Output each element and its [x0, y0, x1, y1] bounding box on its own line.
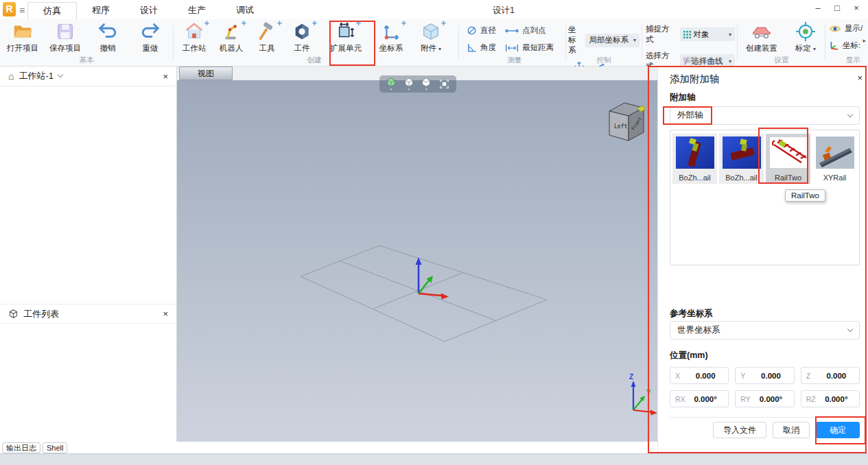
import-file-button[interactable]: 导入文件 [713, 422, 766, 438]
workstation-button[interactable]: + 工作站 [176, 19, 213, 53]
ry-field[interactable]: RY0.000° [735, 390, 794, 407]
app-logo[interactable]: R [3, 2, 16, 16]
list-item-xyrail[interactable]: XYRail [812, 134, 857, 184]
cancel-button[interactable]: 取消 [773, 422, 810, 438]
coord-system-label: 坐标系 [568, 25, 583, 56]
eye-icon [829, 25, 841, 33]
bozh-rail-1-thumbnail [676, 136, 714, 169]
create-device-button[interactable]: 创建装置 [740, 19, 783, 53]
ref-frame-label: 参考坐标系 [670, 308, 713, 320]
undo-icon [97, 21, 118, 42]
group-label-settings: 设置 [740, 56, 823, 65]
snap-mode-dropdown[interactable]: 对象 ▾ [680, 27, 735, 41]
viewport-3d-area[interactable]: Left Front Z Y X [177, 80, 657, 442]
axis-item-list: BoZh...ail BoZh...ail RailTwo XYRail [670, 130, 860, 265]
maximize-button[interactable]: □ [831, 3, 843, 13]
view-cube[interactable]: Left Front [609, 103, 646, 141]
list-item-railtwo[interactable]: RailTwo [766, 134, 810, 184]
coord-system-dropdown[interactable]: 局部坐标系 ▾ [585, 34, 640, 47]
z-field[interactable]: Z0.000 [801, 367, 860, 384]
app-window: R ≡ 仿真 程序 设计 生产 调试 设计1 – □ × 打开项目 [0, 0, 868, 465]
close-button[interactable]: × [850, 3, 863, 13]
attachment-button[interactable]: + 附件▾ [410, 19, 451, 53]
ribbon-group-measure: 直径 点到点 角度 最短距离 [467, 19, 563, 66]
angle-button[interactable]: 角度 [467, 43, 505, 53]
nut-icon: + [292, 21, 312, 42]
workstation-house-icon: + [184, 21, 204, 42]
workpiece-cube-icon [8, 309, 19, 319]
rx-field[interactable]: RX0.000° [670, 390, 729, 407]
frame-button[interactable]: + 坐标系 [372, 19, 410, 53]
min-distance-icon [505, 44, 519, 52]
dialog-close-icon[interactable]: × [857, 73, 863, 83]
ribbon-divider [737, 25, 738, 59]
ribbon-divider [173, 25, 174, 59]
snap-mode-label: 捕捉方式 [646, 24, 677, 45]
tab-design[interactable]: 设计 [125, 2, 173, 19]
angle-icon [467, 43, 477, 53]
undo-button[interactable]: 撤销 [86, 19, 129, 53]
point-to-point-button[interactable]: 点到点 [505, 25, 546, 36]
group-label-basic: 基本 [1, 56, 172, 65]
ref-frame-dropdown[interactable]: 世界坐标系 [670, 321, 860, 339]
diameter-icon [467, 25, 477, 36]
view-cube-left-label[interactable]: Left [614, 123, 627, 130]
ribbon: 打开项目 保存项目 撤销 [0, 19, 868, 67]
workpiece-button[interactable]: + 扩展单元 工件 [284, 19, 320, 53]
tool-button[interactable]: + 工具 [250, 19, 284, 53]
position-label: 位置(mm) [670, 350, 708, 361]
shaded-view-button[interactable]: ▾ [386, 78, 396, 91]
diameter-button[interactable]: 直径 [467, 25, 505, 36]
position-fields: X0.000 Y0.000 Z0.000 RX0.000° RY0.000° R… [670, 367, 860, 407]
station-chevron-down-icon[interactable] [58, 72, 63, 78]
y-field[interactable]: Y0.000 [735, 367, 794, 384]
coord-display-button[interactable]: 坐标: [829, 40, 868, 51]
tab-production[interactable]: 生产 [173, 2, 221, 19]
x-field[interactable]: X0.000 [670, 367, 729, 384]
solid-cube-icon [404, 78, 414, 87]
calibration-button[interactable]: 标定▾ [788, 19, 823, 53]
point-to-point-icon [505, 27, 519, 35]
station-panel-close-icon[interactable]: × [163, 71, 168, 82]
tab-debug[interactable]: 调试 [221, 2, 269, 19]
ribbon-divider [458, 25, 459, 59]
list-item-bozh-rail-2[interactable]: BoZh...ail [719, 134, 764, 184]
menu-icon[interactable]: ≡ [19, 5, 25, 15]
extension-unit-icon: + [336, 21, 356, 42]
robot-button[interactable]: + 机器人 [213, 19, 250, 53]
view-tab[interactable]: 视图 [179, 67, 233, 80]
fit-view-button[interactable] [439, 79, 449, 89]
output-log-tab[interactable]: 输出日志 [2, 442, 40, 453]
gizmo-z-label: Z [629, 373, 633, 381]
window-controls: – □ × [812, 3, 863, 13]
wireframe-view-button[interactable]: ▾ [421, 78, 431, 91]
save-project-button[interactable]: 保存项目 [44, 19, 86, 53]
attachment-dropdown-caret: ▾ [438, 46, 441, 52]
tab-simulation[interactable]: 仿真 [27, 2, 77, 19]
rz-field[interactable]: RZ0.000° [801, 390, 860, 407]
gizmo-y-label: Y [646, 389, 651, 396]
group-label-control: 控制 [568, 56, 640, 65]
shell-tab[interactable]: Shell [43, 442, 67, 453]
station-house-icon: ⌂ [8, 71, 14, 82]
extension-unit-button[interactable]: + 扩展单元 [320, 19, 372, 53]
bozh-rail-2-thumbnail [723, 136, 761, 169]
axis-type-dropdown[interactable]: 外部轴 [670, 106, 860, 125]
show-hide-button[interactable]: 显示/ [829, 23, 868, 34]
ribbon-flyout-arrow[interactable]: ▸ [863, 37, 866, 44]
list-item-bozh-rail-1[interactable]: BoZh...ail [672, 134, 717, 184]
frame-axes-icon: + [381, 21, 401, 42]
open-project-button[interactable]: 打开项目 [1, 19, 44, 53]
chevron-down-icon: ▾ [729, 32, 731, 38]
workpiece-panel-close-icon[interactable]: × [163, 309, 168, 319]
redo-button[interactable]: 重做 [129, 19, 172, 53]
ribbon-group-settings: 创建装置 标定▾ 设置 [740, 19, 823, 66]
solid-view-button[interactable]: ▾ [404, 78, 414, 91]
min-distance-button[interactable]: 最短距离 [505, 43, 554, 53]
white-cube-icon [421, 78, 431, 87]
car-icon [751, 21, 772, 42]
ok-button[interactable]: 确定 [816, 422, 860, 438]
minimize-button[interactable]: – [812, 3, 824, 13]
document-title: 设计1 [493, 5, 515, 16]
tab-program[interactable]: 程序 [77, 2, 125, 19]
